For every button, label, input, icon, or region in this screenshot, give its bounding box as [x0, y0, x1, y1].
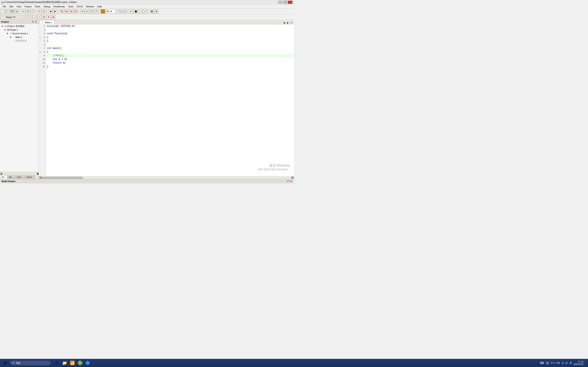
build-pin-button[interactable]: 📌 [286, 180, 289, 183]
bookmark-prev-button[interactable]: 🔖 [60, 9, 64, 14]
flash-erase-button[interactable]: ⬆ [46, 15, 51, 19]
toolbar-2: Target 1 ▼ ⚡ → ↓ ↑ ⬇ ⬆ ◈ [0, 14, 294, 20]
code-editor[interactable]: 1 2 3 ⊟4 5 6 7 ⊟8 9 10 11 12 #i [39, 25, 294, 176]
hscroll-left-button[interactable]: ◀ [39, 176, 42, 179]
ln-11: 11 [39, 61, 46, 65]
stop-debug-button[interactable]: ⬤ [134, 9, 138, 14]
reset-button[interactable]: ○ [138, 9, 143, 14]
panel-tab-project[interactable]: Pr... [0, 175, 7, 179]
panel-scroll-right[interactable]: ▶ [37, 172, 39, 174]
panel-header-buttons: 📌 ✕ [31, 20, 37, 23]
panel-scroll-left[interactable]: ◀ [0, 172, 2, 174]
tab-main-c[interactable]: 📄 Main.c [40, 20, 54, 24]
menu-project[interactable]: Project [23, 5, 33, 8]
hscroll-thumb[interactable] [42, 177, 82, 179]
panel-tab-templates[interactable]: 0a Te... [25, 175, 35, 179]
tree-file-expand-icon: ▼ [9, 35, 12, 39]
fold-icon-8[interactable]: ⊟ [39, 51, 41, 53]
tab-close-button[interactable]: ✕ [290, 21, 293, 24]
main-c-label: Main.c [16, 36, 22, 38]
options-button[interactable]: ⚙ [154, 9, 159, 14]
tree-project-root[interactable]: ▼ 🗂 Project: 语法测试 [0, 24, 39, 28]
nav-fwd-button[interactable]: ▶ [53, 9, 57, 14]
panel-close-button[interactable]: ✕ [35, 20, 37, 23]
paste-button[interactable]: 📋 [30, 9, 35, 14]
sep2 [35, 9, 36, 14]
open-file-button[interactable]: 📂 [5, 9, 9, 14]
new-file-button[interactable]: 📄 [0, 9, 5, 14]
build-header-buttons: 📌 ✕ [286, 180, 292, 183]
code-content[interactable]: #include <STC32G.H> void fun( void ) { }… [46, 25, 294, 176]
target-select-button[interactable]: Target 1 ▼ [0, 15, 21, 19]
save-all-button[interactable]: 🗂 [15, 9, 19, 14]
step-into-button[interactable]: ↓ [32, 15, 37, 19]
code-line-3: void fun( void ) [46, 32, 294, 35]
hscroll-track [42, 177, 291, 179]
close-button[interactable]: ✕ [288, 1, 292, 4]
uncomment-button[interactable]: /* [94, 9, 99, 14]
int-kw-7: int [47, 47, 52, 50]
nav-back-button[interactable]: ◀ [48, 9, 53, 14]
panel-tab-books[interactable]: Bo... [7, 175, 15, 179]
panel-tab-functions[interactable]: {} Fu... [15, 175, 25, 179]
menu-window[interactable]: Window [84, 5, 95, 8]
panel-tabs: Pr... Bo... {} Fu... 0a Te... [0, 175, 39, 179]
build-output-content: Rebuild target 'Target 1' compiling Main… [0, 183, 294, 184]
bookmark-clear-button[interactable]: 🔖 [73, 9, 78, 14]
run-debug-button[interactable]: ● [129, 9, 133, 14]
tree-target1[interactable]: ▼ 🎯 Target 1 [0, 28, 39, 32]
maximize-button[interactable]: ❐ [283, 1, 287, 4]
fold-icon-4[interactable]: ⊟ [39, 36, 41, 39]
h-file-icon: 📄 [12, 39, 16, 42]
periph-button[interactable]: ▦ [149, 9, 154, 14]
menu-debug[interactable]: Debug [42, 5, 52, 8]
find-in-files-button[interactable]: ⬡ [122, 9, 127, 14]
target-dropdown[interactable]: P0 ▼ [105, 9, 116, 13]
save-button[interactable]: 💾 [10, 9, 14, 14]
menu-edit[interactable]: Edit [8, 5, 15, 8]
build-close-button[interactable]: ✕ [290, 180, 292, 183]
tab-scroll-left-button[interactable]: ◀ [283, 21, 286, 24]
ln-6: 6 [39, 43, 46, 47]
undo-button[interactable]: ↩ [37, 9, 42, 14]
tree-stc32g-h[interactable]: 📄 STC32G.H [0, 39, 39, 43]
menu-tools[interactable]: Tools [67, 5, 75, 8]
menu-help[interactable]: Help [95, 5, 104, 8]
int-kw-10: int [53, 58, 57, 61]
minimize-button[interactable]: — [278, 1, 283, 4]
menu-peripherals[interactable]: Peripherals [52, 5, 67, 8]
cut-button[interactable]: ✂ [21, 9, 26, 14]
copy-button[interactable]: ⎘ [26, 9, 30, 14]
panel-hscroll[interactable]: ◀ ▶ [0, 172, 39, 175]
tree-main-c[interactable]: ▼ 📄 Main.c [0, 35, 39, 39]
menu-svcs[interactable]: SVCS [75, 5, 84, 8]
include-file: <STC32G.H> [60, 25, 75, 28]
dropdown-arrow-icon: ▼ [110, 10, 112, 13]
bookmark-next-button[interactable]: 🔖 [64, 9, 69, 14]
watch-button[interactable]: ◆ [143, 9, 147, 14]
comment-button[interactable]: // [89, 9, 94, 14]
unindent-button[interactable]: ⇤ [85, 9, 89, 14]
app-icon: μ [2, 1, 3, 4]
ln-12: 12 [39, 65, 46, 68]
menu-flash[interactable]: Flash [33, 5, 42, 8]
tab-scroll-right-button[interactable]: ▶ [286, 21, 290, 24]
build-output-title: Build Output [2, 180, 15, 183]
return-kw-11: return [53, 62, 62, 64]
redo-button[interactable]: ↪ [42, 9, 46, 14]
more1-button[interactable]: ◈ [51, 15, 56, 19]
step-over-button[interactable]: → [27, 15, 32, 19]
menu-file[interactable]: File [1, 5, 8, 8]
bookmark-set-button[interactable]: 🔖 [69, 9, 73, 14]
find-button[interactable]: 🔍 [118, 9, 122, 14]
indent-button[interactable]: ⇥ [80, 9, 85, 14]
panel-pin-button[interactable]: 📌 [31, 20, 34, 23]
step-out-button[interactable]: ↑ [37, 15, 42, 19]
build-icon-btn[interactable]: 🔨 [101, 9, 105, 14]
tree-source-group1[interactable]: ▼ 📁 Source Group 1 [0, 32, 39, 35]
flash-download-button[interactable]: ⬇ [42, 15, 46, 19]
run-to-cursor-button[interactable]: ⚡ [23, 15, 27, 19]
hscroll-right-button[interactable]: ▶ [291, 176, 294, 179]
menu-view[interactable]: View [15, 5, 23, 8]
target-icon: 🎯 [7, 28, 10, 31]
